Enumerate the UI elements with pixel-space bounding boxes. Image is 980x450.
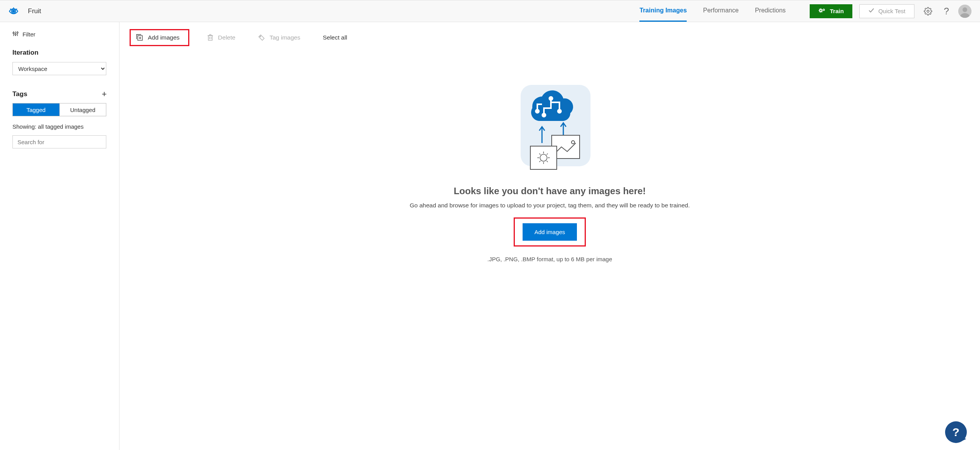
add-tag-button[interactable]: + [102,89,107,99]
svg-point-0 [12,10,14,12]
toolbar-add-images[interactable]: Add images [130,29,189,46]
svg-rect-45 [530,146,557,169]
svg-point-8 [823,9,824,10]
svg-point-6 [820,10,821,11]
svg-line-3 [10,9,11,9]
svg-point-22 [15,34,16,35]
svg-point-35 [260,36,261,37]
empty-state: Looks like you don't have any images her… [119,50,980,450]
train-button-label: Train [830,8,844,14]
filter-icon [12,31,19,38]
toolbar-add-images-label: Add images [148,34,180,41]
custom-vision-logo-icon [9,6,19,16]
help-button[interactable]: ? [942,3,951,19]
tags-label: Tags [12,90,27,98]
svg-point-18 [963,7,967,12]
svg-line-15 [819,12,820,12]
project-name: Fruit [28,7,41,15]
top-bar: Fruit Training Images Performance Predic… [0,0,980,22]
tab-training-images[interactable]: Training Images [639,0,687,22]
svg-rect-28 [208,36,212,40]
help-chat-bubble[interactable]: ? [945,421,967,443]
svg-point-16 [927,10,929,12]
tag-icon [258,34,265,41]
untagged-button[interactable]: Untagged [59,103,106,116]
quick-test-button[interactable]: Quick Test [859,4,914,18]
empty-body: Go ahead and browse for images to upload… [410,202,690,209]
svg-point-37 [542,114,545,117]
tag-search-input[interactable] [12,135,106,148]
check-icon [868,7,874,15]
toolbar-delete[interactable]: Delete [203,31,240,44]
toolbar-delete-label: Delete [218,34,235,41]
empty-heading: Looks like you don't have any images her… [454,186,646,197]
svg-point-38 [558,110,561,113]
empty-illustration [509,85,590,174]
toolbar: Add images Delete Tag images Select all [119,22,980,50]
format-hint: .JPG, .PNG, .BMP format, up to 6 MB per … [487,256,612,262]
filter-label: Filter [23,31,35,38]
svg-point-40 [536,110,539,113]
svg-point-20 [13,32,14,34]
iteration-select[interactable]: Workspace [12,62,106,75]
avatar[interactable] [958,5,971,18]
tagged-button[interactable]: Tagged [13,103,59,116]
train-button[interactable]: Train [810,4,852,18]
quick-test-label: Quick Test [878,8,906,14]
settings-button[interactable] [921,5,935,18]
nav-tabs: Training Images Performance Predictions [639,0,786,22]
toolbar-select-all[interactable]: Select all [318,31,352,44]
tag-filter-segment: Tagged Untagged [12,103,106,116]
topbar-actions: Train Quick Test ? [810,3,971,19]
iteration-label: Iteration [12,49,107,57]
svg-point-39 [549,97,552,100]
filter-row[interactable]: Filter [12,31,107,38]
tab-predictions[interactable]: Predictions [755,0,786,22]
toolbar-tag-images-label: Tag images [270,34,300,41]
add-images-icon [136,34,143,41]
svg-point-24 [17,32,18,33]
add-images-button[interactable]: Add images [523,223,577,241]
svg-line-13 [819,9,820,9]
toolbar-select-all-label: Select all [323,34,347,41]
svg-line-4 [16,9,17,9]
tab-performance[interactable]: Performance [703,0,739,22]
delete-icon [207,34,213,41]
add-images-highlight: Add images [514,217,585,247]
sidebar: Filter Iteration Workspace Tags + Tagged… [0,22,119,450]
showing-text: Showing: all tagged images [12,123,107,130]
gears-icon [818,7,826,15]
svg-line-14 [822,12,822,12]
toolbar-tag-images[interactable]: Tag images [253,31,305,44]
main-content: Add images Delete Tag images Select all [119,22,980,450]
